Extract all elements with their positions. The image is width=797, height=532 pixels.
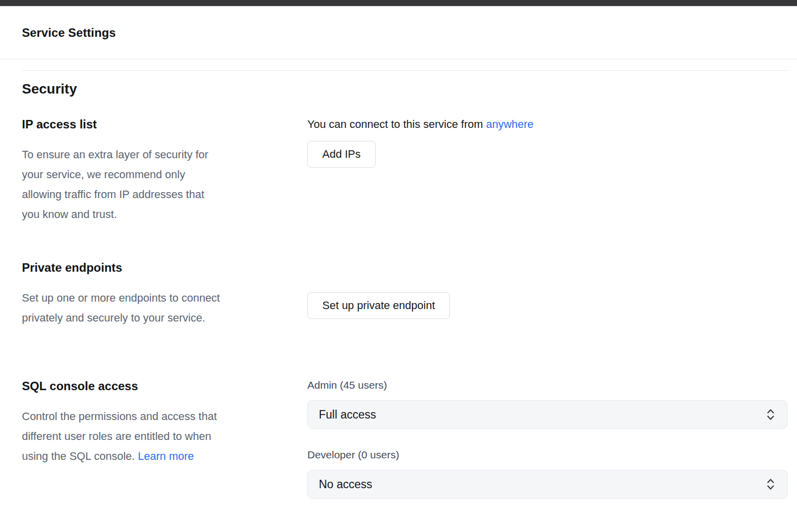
ip-access-info: IP access list To ensure an extra layer … <box>22 117 307 224</box>
sql-console-controls: Admin (45 users) Full access Developer (… <box>307 379 788 499</box>
ip-access-row: IP access list To ensure an extra layer … <box>22 117 788 224</box>
private-endpoints-row: Private endpoints Set up one or more end… <box>22 260 788 328</box>
private-endpoints-description: Set up one or more endpoints to connect … <box>22 288 282 328</box>
window-top-bar <box>0 0 797 6</box>
security-section-title: Security <box>22 81 788 98</box>
description-line: allowing traffic from IP addresses that <box>22 185 282 205</box>
ip-access-controls: You can connect to this service from any… <box>307 117 788 168</box>
select-chevrons-icon <box>765 407 776 422</box>
admin-access-select[interactable]: Full access <box>307 400 788 429</box>
description-line: you know and trust. <box>22 205 282 224</box>
private-endpoints-info: Private endpoints Set up one or more end… <box>22 260 307 328</box>
main-content: Security IP access list To ensure an ext… <box>22 59 788 530</box>
admin-access-value: Full access <box>319 408 376 422</box>
setup-private-endpoint-button[interactable]: Set up private endpoint <box>307 292 450 319</box>
private-endpoints-controls: Set up private endpoint <box>307 260 788 319</box>
description-line: Control the permissions and access that <box>22 407 282 426</box>
security-section: Security IP access list To ensure an ext… <box>22 70 788 530</box>
sql-console-info: SQL console access Control the permissio… <box>22 379 307 466</box>
developer-role-label: Developer (0 users) <box>307 448 788 461</box>
add-ips-button[interactable]: Add IPs <box>307 141 376 168</box>
anywhere-link[interactable]: anywhere <box>486 118 533 130</box>
description-line: your service, we recommend only <box>22 165 282 185</box>
private-endpoints-heading: Private endpoints <box>22 260 282 275</box>
developer-access-value: No access <box>319 478 372 491</box>
ip-access-heading: IP access list <box>22 117 282 132</box>
sql-console-description: Control the permissions and access that … <box>22 407 282 466</box>
ip-access-status: You can connect to this service from any… <box>307 117 788 132</box>
learn-more-link[interactable]: Learn more <box>138 450 194 462</box>
developer-access-select[interactable]: No access <box>307 470 788 499</box>
description-line: To ensure an extra layer of security for <box>22 145 282 165</box>
description-line: using the SQL console. Learn more <box>22 446 282 466</box>
admin-role-label: Admin (45 users) <box>307 379 788 392</box>
description-line-text: using the SQL console. <box>22 450 135 462</box>
description-line: Set up one or more endpoints to connect <box>22 288 282 308</box>
sql-console-heading: SQL console access <box>22 379 282 394</box>
select-chevrons-icon <box>765 477 776 492</box>
ip-access-description: To ensure an extra layer of security for… <box>22 145 282 224</box>
page-title: Service Settings <box>22 26 116 40</box>
page-header: Service Settings <box>0 6 797 59</box>
description-line: privately and securely to your service. <box>22 308 282 328</box>
sql-console-access-row: SQL console access Control the permissio… <box>22 379 788 499</box>
ip-access-status-text: You can connect to this service from <box>307 118 483 130</box>
description-line: different user roles are entitled to whe… <box>22 426 282 446</box>
